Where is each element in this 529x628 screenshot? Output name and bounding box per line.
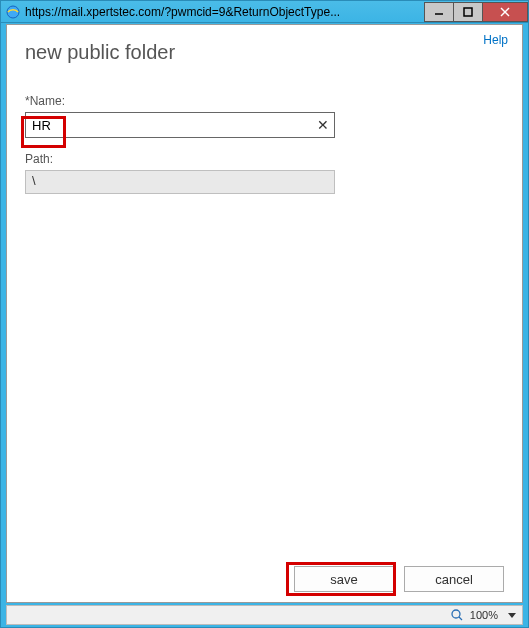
button-bar: save cancel <box>294 566 504 592</box>
name-label: *Name: <box>25 94 504 108</box>
path-block: Path: \ <box>25 152 504 194</box>
svg-point-5 <box>452 610 460 618</box>
clear-icon[interactable]: ✕ <box>317 117 329 133</box>
save-button[interactable]: save <box>294 566 394 592</box>
page-title: new public folder <box>7 25 522 64</box>
help-link[interactable]: Help <box>483 33 508 47</box>
maximize-button[interactable] <box>453 2 483 22</box>
name-field-wrap: ✕ <box>25 112 335 138</box>
chevron-down-icon[interactable] <box>508 613 516 618</box>
window-controls <box>425 2 528 22</box>
address-url: https://mail.xpertstec.com/?pwmcid=9&Ret… <box>25 5 425 19</box>
browser-window: https://mail.xpertstec.com/?pwmcid=9&Ret… <box>0 0 529 628</box>
statusbar: 100% <box>6 605 523 625</box>
close-button[interactable] <box>482 2 528 22</box>
svg-line-6 <box>459 617 462 620</box>
path-label: Path: <box>25 152 504 166</box>
zoom-icon[interactable] <box>450 608 464 622</box>
svg-rect-2 <box>464 8 472 16</box>
ie-icon <box>5 4 21 20</box>
cancel-button[interactable]: cancel <box>404 566 504 592</box>
dialog-content: Help new public folder *Name: ✕ Path: \ … <box>6 24 523 603</box>
name-input[interactable] <box>25 112 335 138</box>
form-area: *Name: ✕ Path: \ <box>7 64 522 194</box>
titlebar: https://mail.xpertstec.com/?pwmcid=9&Ret… <box>1 1 528 23</box>
path-display: \ <box>25 170 335 194</box>
zoom-level: 100% <box>470 609 498 621</box>
minimize-button[interactable] <box>424 2 454 22</box>
